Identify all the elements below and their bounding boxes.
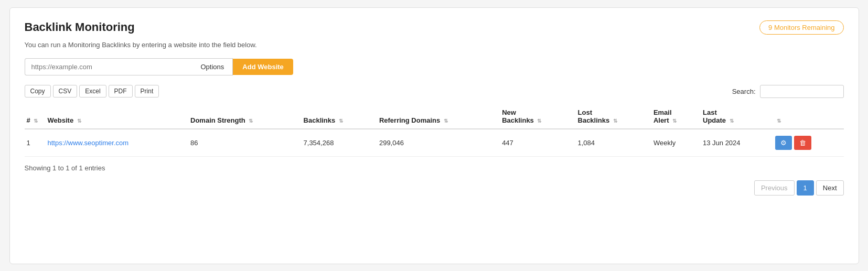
col-last-update: LastUpdate ⇅ [701, 104, 773, 129]
sort-icon-backlinks: ⇅ [339, 118, 343, 124]
sort-icon-lost-bl: ⇅ [613, 118, 617, 124]
col-referring-domains: Referring Domains ⇅ [377, 104, 500, 129]
col-domain-strength: Domain Strength ⇅ [188, 104, 302, 129]
col-num: # ⇅ [25, 104, 46, 129]
header-row: Backlink Monitoring 9 Monitors Remaining [25, 20, 844, 35]
row-referring-domains: 299,046 [377, 129, 500, 157]
toolbar-row: Copy CSV Excel PDF Print Search: [25, 85, 844, 98]
search-label: Search: [732, 88, 756, 95]
col-email-alert: EmailAlert ⇅ [651, 104, 701, 129]
settings-button[interactable]: ⚙ [775, 136, 792, 150]
col-new-backlinks: NewBacklinks ⇅ [500, 104, 575, 129]
sort-icon-actions: ⇅ [777, 118, 781, 124]
copy-button[interactable]: Copy [25, 85, 51, 97]
row-num: 1 [25, 129, 46, 157]
sort-icon-last-update: ⇅ [730, 118, 734, 124]
data-table: # ⇅ Website ⇅ Domain Strength ⇅ Backlink… [25, 104, 844, 157]
sort-icon-num: ⇅ [34, 118, 38, 124]
sort-icon-domain: ⇅ [249, 118, 253, 124]
row-domain-strength: 86 [188, 129, 302, 157]
monitors-remaining-badge: 9 Monitors Remaining [759, 20, 843, 35]
previous-button[interactable]: Previous [754, 180, 795, 196]
action-buttons: ⚙ 🗑 [775, 136, 838, 150]
sort-icon-new-bl: ⇅ [537, 118, 541, 124]
row-lost-backlinks: 1,084 [576, 129, 651, 157]
trash-icon: 🗑 [799, 139, 806, 147]
main-card: Backlink Monitoring 9 Monitors Remaining… [9, 7, 859, 264]
row-backlinks: 7,354,268 [302, 129, 377, 157]
search-row: Search: [732, 85, 844, 98]
col-website: Website ⇅ [46, 104, 189, 129]
next-button[interactable]: Next [816, 180, 844, 196]
url-input[interactable] [25, 58, 192, 75]
search-input[interactable] [760, 85, 844, 98]
page-subtitle: You can run a Monitoring Backlinks by en… [25, 41, 844, 49]
pdf-button[interactable]: PDF [109, 85, 133, 97]
pagination-row: Previous 1 Next [25, 180, 844, 196]
csv-button[interactable]: CSV [53, 85, 78, 97]
export-buttons: Copy CSV Excel PDF Print [25, 85, 159, 97]
sort-icon-referring: ⇅ [444, 118, 448, 124]
row-new-backlinks: 447 [500, 129, 575, 157]
showing-text: Showing 1 to 1 of 1 entries [25, 164, 844, 172]
url-input-row: Options Add Website [25, 58, 844, 75]
col-actions: ⇅ [773, 104, 843, 129]
table-row: 1 https://www.seoptimer.com 86 7,354,268… [25, 129, 844, 157]
add-website-button[interactable]: Add Website [233, 59, 293, 75]
sort-icon-website: ⇅ [77, 118, 81, 124]
col-backlinks: Backlinks ⇅ [302, 104, 377, 129]
page-1-button[interactable]: 1 [797, 180, 814, 196]
row-actions: ⚙ 🗑 [773, 129, 843, 157]
excel-button[interactable]: Excel [79, 85, 106, 97]
gear-icon: ⚙ [780, 139, 787, 147]
delete-button[interactable]: 🗑 [794, 136, 811, 150]
options-button[interactable]: Options [192, 58, 233, 75]
col-lost-backlinks: LostBacklinks ⇅ [576, 104, 651, 129]
print-button[interactable]: Print [135, 85, 159, 97]
sort-icon-email: ⇅ [672, 118, 677, 124]
table-header-row: # ⇅ Website ⇅ Domain Strength ⇅ Backlink… [25, 104, 844, 129]
row-email-alert: Weekly [651, 129, 701, 157]
row-last-update: 13 Jun 2024 [701, 129, 773, 157]
page-title: Backlink Monitoring [25, 20, 135, 34]
row-website: https://www.seoptimer.com [46, 129, 189, 157]
website-link[interactable]: https://www.seoptimer.com [48, 139, 129, 147]
